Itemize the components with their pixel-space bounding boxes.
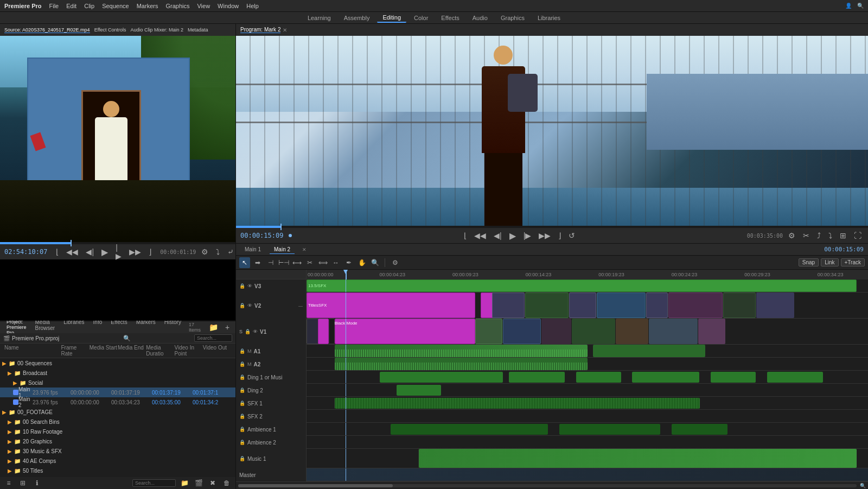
tab-libraries[interactable]: Libraries bbox=[532, 14, 566, 22]
prog-btn-export[interactable]: ⊞ bbox=[838, 230, 848, 241]
prog-btn-mark-out[interactable]: ⌋ bbox=[556, 230, 563, 241]
clip-thumb-6[interactable] bbox=[668, 293, 723, 318]
btn-play[interactable]: ▶ bbox=[99, 246, 110, 258]
amb1-clip-3[interactable] bbox=[672, 424, 728, 435]
tab-effects[interactable]: Effects bbox=[436, 14, 464, 22]
track-amb2[interactable] bbox=[307, 436, 868, 449]
track-amb1[interactable] bbox=[307, 423, 868, 436]
tool-slide[interactable]: ↔ bbox=[330, 257, 341, 268]
clip-thumb-7[interactable] bbox=[723, 293, 756, 318]
prog-btn-play-back[interactable]: ◀◀ bbox=[472, 230, 488, 241]
v1-thumb-5[interactable] bbox=[616, 319, 648, 344]
list-item[interactable]: ▶ 📁 40 AE Comps bbox=[0, 456, 235, 466]
timeline-timecode[interactable]: 00:00:15:09 bbox=[824, 246, 864, 253]
timeline-scrollbar-track[interactable] bbox=[238, 484, 857, 487]
track-sfx1[interactable] bbox=[307, 397, 868, 410]
prog-btn-step-back[interactable]: ◀| bbox=[492, 230, 504, 241]
tool-pen[interactable]: ✒ bbox=[343, 257, 354, 268]
prog-btn-lift[interactable]: ⤴ bbox=[815, 230, 823, 241]
menu-window[interactable]: Window bbox=[218, 3, 239, 9]
ding2-clip-1[interactable] bbox=[397, 385, 442, 396]
program-timecode[interactable]: 00:00:15:09 bbox=[240, 232, 283, 239]
v1-thumb-7[interactable] bbox=[698, 319, 725, 344]
project-footer-search[interactable] bbox=[132, 479, 176, 487]
prog-btn-loop[interactable]: ↺ bbox=[566, 230, 577, 241]
a2-clip-1[interactable] bbox=[335, 358, 588, 370]
tab-graphics[interactable]: Graphics bbox=[495, 14, 530, 22]
search-icon[interactable]: 🔍 bbox=[857, 3, 864, 9]
prog-btn-fullscreen[interactable]: ⛶ bbox=[852, 230, 864, 241]
source-tab-effects[interactable]: Effect Controls bbox=[94, 27, 126, 33]
menu-graphics[interactable]: Graphics bbox=[165, 3, 189, 9]
tab-learning[interactable]: Learning bbox=[302, 14, 336, 22]
tool-slip[interactable]: ⟺ bbox=[317, 257, 328, 268]
tab-assembly[interactable]: Assembly bbox=[339, 14, 375, 22]
btn-mark-out[interactable]: ⌋ bbox=[146, 246, 154, 257]
clip-thumb-3[interactable] bbox=[569, 293, 596, 318]
source-timebar[interactable] bbox=[0, 242, 235, 244]
list-item-footage[interactable]: ▶ 📁 00_FOOTAGE bbox=[0, 407, 235, 417]
clip-thumb-4[interactable] bbox=[597, 293, 646, 318]
track-v2[interactable]: TitlesSFX bbox=[307, 293, 868, 319]
program-tab[interactable]: Program: Mark 2 bbox=[240, 27, 280, 33]
prog-btn-play-fwd[interactable]: ▶▶ bbox=[537, 230, 553, 241]
menu-view[interactable]: View bbox=[197, 3, 210, 9]
menu-clip[interactable]: Clip bbox=[84, 3, 94, 9]
clip-thumb-1[interactable] bbox=[492, 293, 525, 318]
track-sfx2[interactable] bbox=[307, 410, 868, 423]
prog-btn-trim[interactable]: ✂ bbox=[801, 230, 812, 241]
track-lock-amb2[interactable]: 🔒 bbox=[239, 440, 245, 445]
timeline-scrollbar-area[interactable]: 🔍 bbox=[236, 481, 868, 489]
track-ding2[interactable] bbox=[307, 384, 868, 397]
list-item[interactable]: ▶ 📁 00 Sequences bbox=[0, 358, 235, 368]
list-item-main2[interactable]: Main 2 23.976 fps 00:00:00:00 00:03:34:2… bbox=[0, 397, 235, 407]
clip-v2-a[interactable]: TitlesSFX bbox=[307, 293, 475, 318]
track-eye-v3[interactable]: 👁 bbox=[247, 283, 252, 289]
track-mute-a2[interactable]: M bbox=[247, 361, 252, 367]
v1-clip-main[interactable] bbox=[335, 319, 475, 344]
track-music1[interactable] bbox=[307, 449, 868, 468]
timeline-close[interactable]: ✕ bbox=[302, 247, 307, 252]
a1-clip-1[interactable] bbox=[335, 345, 588, 357]
list-item[interactable]: ▶ 📁 20 Graphics bbox=[0, 436, 235, 446]
new-item-btn[interactable]: 🎬 bbox=[193, 478, 204, 488]
track-master[interactable] bbox=[307, 468, 868, 481]
track-eye-v1[interactable]: 👁 bbox=[253, 329, 258, 334]
v1-thumb-2[interactable] bbox=[503, 319, 541, 344]
icon-view-icon[interactable]: ⊞ bbox=[17, 478, 28, 488]
menu-markers[interactable]: Markers bbox=[137, 3, 158, 9]
list-item-main1[interactable]: Main 1 23.976 fps 00:00:00:00 00:01:37:1… bbox=[0, 388, 235, 397]
project-search-input[interactable] bbox=[194, 334, 232, 342]
track-ding1[interactable] bbox=[307, 371, 868, 384]
clip-thumb-8[interactable] bbox=[756, 293, 794, 318]
sfx1-clip[interactable] bbox=[335, 398, 700, 409]
track-lock-sfx1[interactable]: 🔒 bbox=[239, 401, 245, 406]
amb1-clip-1[interactable] bbox=[391, 424, 548, 435]
clip-thumb-2[interactable] bbox=[525, 293, 569, 318]
v1-thumb-6[interactable] bbox=[649, 319, 698, 344]
track-lock-a1[interactable]: 🔒 bbox=[239, 348, 245, 354]
btn-step-fwd[interactable]: |▶ bbox=[113, 242, 124, 262]
prog-btn-step-fwd[interactable]: |▶ bbox=[521, 230, 534, 241]
tool-roll[interactable]: ⊢⊣ bbox=[278, 257, 289, 268]
source-tab-metadata[interactable]: Metadata bbox=[188, 27, 208, 33]
list-item[interactable]: ▶ 📁 Broadcast bbox=[0, 368, 235, 378]
btn-settings[interactable]: ⚙ bbox=[199, 246, 210, 257]
tool-razor[interactable]: ✂ bbox=[304, 257, 315, 268]
menu-sequence[interactable]: Sequence bbox=[102, 3, 129, 9]
ding1-clip-4[interactable] bbox=[632, 372, 699, 383]
list-item[interactable]: ▶ 📁 50 Titles bbox=[0, 466, 235, 475]
new-item-icon[interactable]: + bbox=[224, 322, 231, 333]
v1-clip-dark1[interactable] bbox=[329, 319, 334, 344]
ding1-clip-1[interactable] bbox=[380, 372, 503, 383]
tool-hand[interactable]: ✋ bbox=[356, 257, 367, 268]
v1-thumb-1[interactable] bbox=[475, 319, 502, 344]
a1-clip-2[interactable] bbox=[593, 345, 705, 357]
timeline-scrollbar-thumb[interactable] bbox=[238, 484, 393, 487]
source-tab-active[interactable]: Source: A020S376_240517_R02E.mp4 bbox=[4, 27, 90, 33]
track-v3[interactable]: 13.5/SFX bbox=[307, 280, 868, 293]
track-lock-v1[interactable]: 🔒 bbox=[245, 329, 251, 334]
source-timecode[interactable]: 02:54:10:07 bbox=[4, 248, 47, 256]
v1-clip-mag1[interactable] bbox=[318, 319, 329, 344]
track-lock-a2[interactable]: 🔒 bbox=[239, 361, 245, 367]
